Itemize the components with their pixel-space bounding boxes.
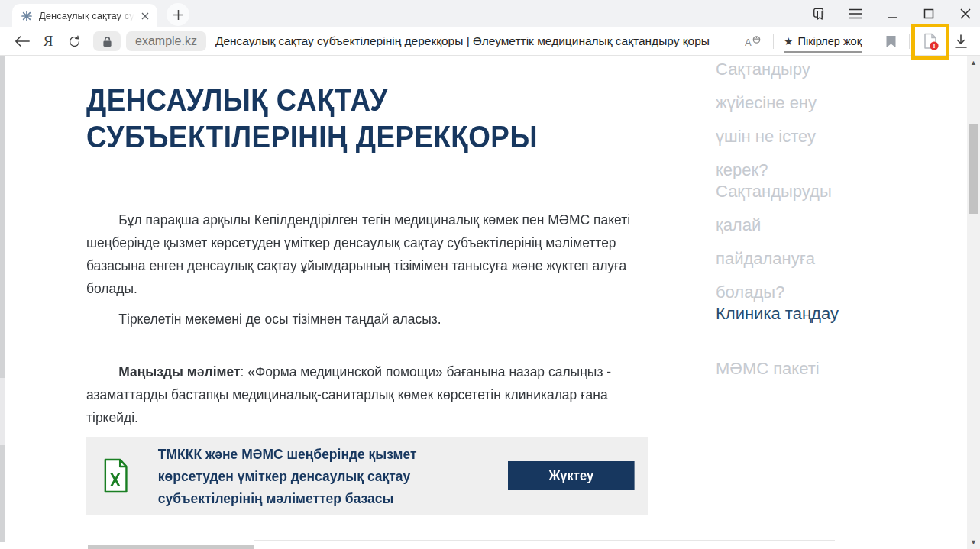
- reviews-button[interactable]: ★ Пікірлер жоқ: [784, 35, 862, 53]
- scroll-down-icon[interactable]: ▼: [967, 537, 980, 547]
- translate-icon[interactable]: A: [743, 31, 763, 52]
- sidebar-item-choose-clinic[interactable]: Клиника таңдау: [716, 297, 855, 331]
- menu-icon[interactable]: [847, 5, 864, 22]
- important-note: Маңызды мәлімет: «Форма медицинской помо…: [86, 360, 648, 429]
- star-icon: ★: [784, 36, 794, 47]
- tab-title: Денсаулық сақтау субъ: [39, 10, 136, 21]
- bookmark-flag-icon[interactable]: [882, 31, 899, 52]
- vertical-scrollbar[interactable]: ▲ ▼: [967, 56, 980, 549]
- address-bar-page-title[interactable]: Денсаулық сақтау субъектілерінің дерекқо…: [215, 34, 710, 48]
- svg-text:X: X: [110, 470, 121, 490]
- toolbar-divider: [773, 34, 774, 49]
- maximize-icon[interactable]: [920, 5, 937, 22]
- yandex-button[interactable]: Я: [35, 31, 61, 52]
- paragraph: Тіркелетін мекемені де осы тізімнен таңд…: [86, 308, 648, 331]
- page-content: ДЕНСАУЛЫҚ САҚТАУ СУБЪЕКТІЛЕРІНІҢ ДЕРЕКҚО…: [0, 56, 980, 549]
- download-panel: X ТМККК және МӘМС шеңберінде қызмет көрс…: [86, 437, 648, 515]
- content-bottom-divider: [254, 540, 835, 541]
- minimize-icon[interactable]: [884, 5, 901, 22]
- close-window-icon[interactable]: [957, 5, 974, 22]
- download-button[interactable]: Жүктеу: [508, 461, 635, 490]
- tab-bar: Денсаулық сақтау субъ: [0, 0, 980, 27]
- svg-text:!: !: [933, 41, 935, 50]
- note-lead: Маңызды мәлімет: [118, 363, 240, 379]
- browser-toolbar: Я example.kz Денсаулық сақтау субъектіле…: [0, 27, 980, 56]
- tab-panel-icon[interactable]: [810, 5, 827, 22]
- domain-badge[interactable]: example.kz: [126, 31, 206, 51]
- paragraph: Бұл парақша арқылы Кепілдендірілген тегі…: [86, 208, 648, 300]
- site-favicon-icon: [21, 10, 33, 22]
- download-file-label[interactable]: ТМККК және МӘМС шеңберінде қызмет көрсет…: [158, 443, 439, 509]
- reviews-label: Пікірлер жоқ: [797, 35, 862, 47]
- toolbar-divider: [909, 34, 910, 49]
- left-edge-strip: [0, 56, 5, 542]
- downloads-icon[interactable]: [951, 31, 971, 52]
- page-heading: ДЕНСАУЛЫҚ САҚТАУ СУБЪЕКТІЛЕРІНІҢ ДЕРЕКҚО…: [86, 82, 648, 155]
- new-tab-button[interactable]: [167, 3, 189, 26]
- ssl-lock-icon[interactable]: [93, 31, 121, 51]
- page-alert-icon[interactable]: !: [920, 31, 941, 52]
- left-edge-strip-segment: [0, 378, 5, 445]
- svg-text:A: A: [745, 37, 752, 48]
- vertical-scrollbar-thumb[interactable]: [969, 124, 978, 214]
- sidebar-item-mams-package[interactable]: МӘМС пакеті: [716, 352, 855, 386]
- horizontal-scrollbar-thumb[interactable]: [88, 545, 254, 549]
- tab-close-icon[interactable]: [139, 10, 151, 22]
- browser-tab[interactable]: Денсаулық сақтау субъ: [12, 4, 157, 27]
- sidebar-item-how-to-use[interactable]: Сақтандыруды қалай пайдалануға болады?: [716, 175, 855, 309]
- refresh-icon[interactable]: [61, 31, 87, 52]
- sidebar-item-how-to-join[interactable]: Сақтандыру жүйесіне ену үшін не істеу ке…: [716, 53, 855, 187]
- scroll-up-icon[interactable]: ▲: [967, 57, 980, 68]
- toolbar-divider: [872, 34, 872, 49]
- back-icon[interactable]: [9, 31, 35, 52]
- article: ДЕНСАУЛЫҚ САҚТАУ СУБЪЕКТІЛЕРІНІҢ ДЕРЕКҚО…: [86, 82, 648, 515]
- excel-file-icon: X: [103, 458, 128, 493]
